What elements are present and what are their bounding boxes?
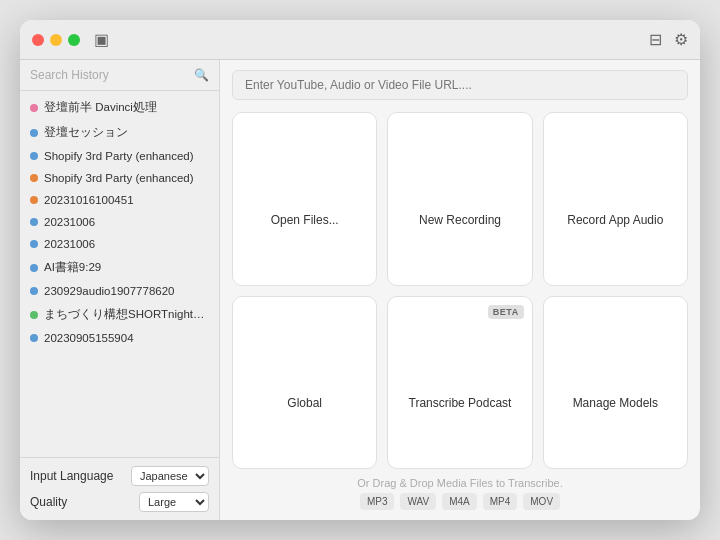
main-window: ▣ ⊟ ⚙ 🔍 登壇前半 Davinci処理登壇セッションShopify 3rd… [20, 20, 700, 520]
history-dot [30, 287, 38, 295]
input-language-label: Input Language [30, 469, 113, 483]
list-item[interactable]: 登壇前半 Davinci処理 [20, 95, 219, 120]
list-item[interactable]: AI書籍9:29 [20, 255, 219, 280]
new-recording-card[interactable]: New Recording [387, 112, 532, 286]
settings-icon[interactable]: ⚙ [674, 30, 688, 49]
beta-badge: BETA [488, 305, 524, 319]
history-item-label: 20230905155904 [44, 332, 134, 344]
global-card[interactable]: Global [232, 296, 377, 470]
history-item-label: 登壇セッション [44, 125, 128, 140]
quality-row: Quality Large Medium Small [30, 492, 209, 512]
new-recording-label: New Recording [419, 213, 501, 227]
transcribe-podcast-card[interactable]: BETA Transcribe Podcast [387, 296, 532, 470]
history-dot [30, 334, 38, 342]
layout-icon[interactable]: ▣ [94, 30, 109, 49]
open-files-card[interactable]: Open Files... [232, 112, 377, 286]
close-button[interactable] [32, 34, 44, 46]
list-item[interactable]: まちづくり構想SHORTnight2023... [20, 302, 219, 327]
transcribe-podcast-label: Transcribe Podcast [409, 396, 512, 410]
sidebar: 🔍 登壇前半 Davinci処理登壇セッションShopify 3rd Party… [20, 60, 220, 520]
main-area: Open Files... New Record [220, 60, 700, 520]
history-dot [30, 311, 38, 319]
file-type-badge: WAV [400, 493, 436, 510]
history-item-label: 登壇前半 Davinci処理 [44, 100, 157, 115]
file-type-badge: MP4 [483, 493, 518, 510]
history-dot [30, 218, 38, 226]
file-type-badges: MP3WAVM4AMP4MOV [232, 493, 688, 510]
list-item[interactable]: 230929audio1907778620 [20, 280, 219, 302]
history-dot [30, 129, 38, 137]
sidebar-footer: Input Language Japanese English Quality … [20, 457, 219, 520]
drop-label: Or Drag & Drop Media Files to Transcribe… [232, 477, 688, 489]
history-item-label: Shopify 3rd Party (enhanced) [44, 172, 194, 184]
minimize-button[interactable] [50, 34, 62, 46]
list-item[interactable]: Shopify 3rd Party (enhanced) [20, 145, 219, 167]
history-item-label: 20231016100451 [44, 194, 134, 206]
history-dot [30, 104, 38, 112]
file-type-badge: M4A [442, 493, 477, 510]
search-input[interactable] [30, 68, 188, 82]
history-dot [30, 152, 38, 160]
quality-label: Quality [30, 495, 67, 509]
manage-models-label: Manage Models [573, 396, 658, 410]
input-language-row: Input Language Japanese English [30, 466, 209, 486]
action-grid: Open Files... New Record [232, 112, 688, 469]
bookmark-icon[interactable]: ⊟ [649, 30, 662, 49]
list-item[interactable]: 20231006 [20, 211, 219, 233]
history-item-label: 230929audio1907778620 [44, 285, 174, 297]
search-bar: 🔍 [20, 60, 219, 91]
url-input[interactable] [232, 70, 688, 100]
list-item[interactable]: 20231016100451 [20, 189, 219, 211]
history-item-label: AI書籍9:29 [44, 260, 101, 275]
history-item-label: Shopify 3rd Party (enhanced) [44, 150, 194, 162]
list-item[interactable]: 20230905155904 [20, 327, 219, 349]
quality-select[interactable]: Large Medium Small [139, 492, 209, 512]
file-type-badge: MOV [523, 493, 560, 510]
file-type-badge: MP3 [360, 493, 395, 510]
list-item[interactable]: 20231006 [20, 233, 219, 255]
manage-models-card[interactable]: Manage Models [543, 296, 688, 470]
open-files-label: Open Files... [271, 213, 339, 227]
traffic-lights [32, 34, 80, 46]
history-item-label: 20231006 [44, 238, 95, 250]
history-list: 登壇前半 Davinci処理登壇セッションShopify 3rd Party (… [20, 91, 219, 457]
input-language-select[interactable]: Japanese English [131, 466, 209, 486]
history-item-label: まちづくり構想SHORTnight2023... [44, 307, 209, 322]
maximize-button[interactable] [68, 34, 80, 46]
titlebar-actions: ⊟ ⚙ [649, 30, 688, 49]
history-item-label: 20231006 [44, 216, 95, 228]
history-dot [30, 264, 38, 272]
history-dot [30, 174, 38, 182]
titlebar: ▣ ⊟ ⚙ [20, 20, 700, 60]
search-icon: 🔍 [194, 68, 209, 82]
global-label: Global [287, 396, 322, 410]
history-dot [30, 240, 38, 248]
record-app-audio-card[interactable]: Record App Audio [543, 112, 688, 286]
list-item[interactable]: 登壇セッション [20, 120, 219, 145]
record-app-audio-label: Record App Audio [567, 213, 663, 227]
list-item[interactable]: Shopify 3rd Party (enhanced) [20, 167, 219, 189]
content-area: 🔍 登壇前半 Davinci処理登壇セッションShopify 3rd Party… [20, 60, 700, 520]
history-dot [30, 196, 38, 204]
